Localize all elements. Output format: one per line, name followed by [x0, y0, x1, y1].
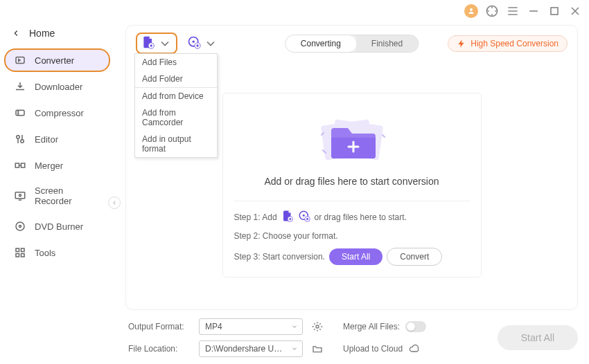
svg-rect-13	[21, 248, 25, 252]
step-3: Step 3: Start conversion. Start All Conv…	[234, 248, 470, 266]
dvd-burner-icon	[14, 220, 26, 233]
sidebar-item-screen-recorder[interactable]: Screen Recorder	[6, 180, 109, 212]
sidebar: Home Converter Downloader Compressor Edi…	[0, 22, 114, 364]
svg-point-4	[17, 136, 20, 139]
menu-icon[interactable]	[506, 4, 520, 18]
svg-rect-14	[16, 254, 19, 257]
add-dropdown-menu: Add Files Add Folder Add from Device Add…	[134, 53, 218, 158]
svg-point-9	[19, 194, 21, 197]
sidebar-item-label: Compressor	[35, 108, 84, 118]
home-label: Home	[29, 28, 55, 39]
sidebar-item-converter[interactable]: Converter	[4, 48, 110, 72]
dd-add-device[interactable]: Add from Device	[135, 88, 217, 104]
chevron-down-icon	[291, 345, 298, 352]
step1-text-b: or drag files here to start.	[315, 212, 407, 222]
content-card: Add Files Add Folder Add from Device Add…	[125, 25, 578, 310]
upload-cloud-label: Upload to Cloud	[343, 344, 403, 354]
high-speed-badge[interactable]: High Speed Conversion	[448, 35, 568, 52]
svg-rect-8	[15, 192, 25, 199]
screen-recorder-icon	[14, 190, 26, 202]
home-nav[interactable]: Home	[6, 25, 109, 48]
tools-icon	[14, 246, 26, 259]
svg-point-10	[16, 222, 24, 230]
output-format-select[interactable]: MP4	[199, 318, 303, 335]
folder-open-icon[interactable]	[311, 343, 324, 355]
add-files-dropdown-button[interactable]	[136, 33, 177, 54]
dd-add-output[interactable]: Add in output format	[135, 131, 217, 157]
add-dvd-dropdown-button[interactable]	[187, 35, 218, 51]
sidebar-item-label: DVD Burner	[35, 221, 83, 232]
compressor-icon	[14, 107, 26, 119]
toolbar: Add Files Add Folder Add from Device Add…	[136, 33, 568, 54]
start-all-button[interactable]: Start All	[498, 325, 578, 350]
output-format-label: Output Format:	[128, 322, 191, 331]
add-file-icon	[141, 35, 155, 51]
close-button[interactable]	[568, 4, 582, 18]
tab-finished[interactable]: Finished	[356, 35, 418, 52]
svg-rect-7	[21, 163, 25, 167]
titlebar	[0, 0, 589, 22]
svg-rect-1	[551, 8, 558, 15]
dd-add-files[interactable]: Add Files	[135, 54, 217, 71]
support-icon[interactable]	[485, 4, 499, 18]
downloader-icon	[14, 80, 26, 93]
settings-icon[interactable]	[311, 320, 324, 333]
sidebar-item-editor[interactable]: Editor	[6, 127, 109, 151]
sidebar-item-label: Screen Recorder	[35, 185, 100, 206]
add-dvd-icon[interactable]	[298, 210, 310, 224]
dd-add-camcorder[interactable]: Add from Camcorder	[135, 104, 217, 131]
sidebar-item-dvd-burner[interactable]: DVD Burner	[6, 215, 109, 238]
svg-point-5	[21, 140, 24, 143]
svg-point-26	[316, 325, 319, 328]
svg-rect-12	[16, 248, 19, 252]
editor-icon	[14, 133, 26, 145]
merge-toggle[interactable]	[405, 321, 426, 332]
add-file-icon[interactable]	[281, 210, 294, 224]
step2-text: Step 2: Choose your format.	[234, 231, 338, 241]
high-speed-label: High Speed Conversion	[471, 39, 559, 48]
sidebar-item-merger[interactable]: Merger	[6, 154, 109, 177]
start-all-small-button[interactable]: Start All	[329, 248, 383, 265]
svg-point-24	[302, 215, 304, 217]
cloud-icon[interactable]	[408, 343, 421, 355]
step1-text-a: Step 1: Add	[234, 212, 277, 222]
chevron-down-icon	[158, 37, 172, 51]
minimize-button[interactable]	[527, 4, 540, 18]
step-2: Step 2: Choose your format.	[234, 231, 470, 241]
svg-rect-15	[21, 254, 25, 257]
step-1: Step 1: Add or drag files here to start.	[234, 210, 470, 224]
sidebar-item-label: Editor	[35, 134, 58, 145]
sidebar-item-downloader[interactable]: Downloader	[6, 75, 109, 98]
drop-area[interactable]: Add or drag files here to start conversi…	[222, 93, 482, 277]
folder-illustration	[310, 107, 394, 166]
sidebar-item-label: Downloader	[35, 82, 82, 92]
sidebar-item-compressor[interactable]: Compressor	[6, 101, 109, 125]
merger-icon	[14, 159, 26, 172]
steps: Step 1: Add or drag files here to start.…	[234, 201, 470, 266]
dd-add-folder[interactable]: Add Folder	[135, 71, 217, 87]
file-location-label: File Location:	[128, 344, 191, 354]
svg-rect-3	[16, 110, 24, 116]
sidebar-item-tools[interactable]: Tools	[6, 241, 109, 264]
tab-converting[interactable]: Converting	[285, 35, 356, 52]
svg-rect-6	[15, 163, 19, 167]
chevron-down-icon	[291, 323, 298, 330]
chevron-down-icon	[204, 37, 218, 51]
convert-small-button[interactable]: Convert	[387, 248, 442, 266]
lightning-icon	[457, 39, 466, 48]
svg-point-11	[19, 226, 21, 228]
sidebar-item-label: Converter	[35, 55, 74, 66]
sidebar-item-label: Merger	[35, 161, 63, 171]
file-location-select[interactable]: D:\Wondershare UniConverter 1	[199, 340, 303, 357]
main-panel: Add Files Add Folder Add from Device Add…	[114, 22, 589, 364]
svg-point-18	[193, 41, 195, 43]
user-avatar[interactable]	[464, 4, 478, 18]
add-dvd-icon	[187, 35, 201, 51]
file-location-value: D:\Wondershare UniConverter 1	[205, 344, 285, 354]
step3-text: Step 3: Start conversion.	[234, 252, 325, 262]
drop-title: Add or drag files here to start conversi…	[264, 176, 439, 187]
sidebar-item-label: Tools	[35, 248, 55, 258]
maximize-button[interactable]	[547, 4, 561, 18]
output-format-value: MP4	[205, 322, 222, 331]
merge-label: Merge All Files:	[343, 322, 400, 331]
